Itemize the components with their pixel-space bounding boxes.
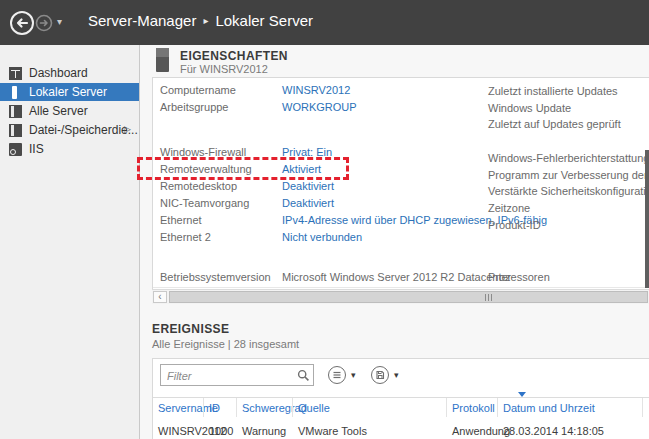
prop-value-link[interactable]: Aktiviert: [282, 162, 321, 177]
prop-label-remoteverwaltung: Remoteverwaltung: [160, 162, 252, 177]
prop-value-link[interactable]: WORKGROUP: [282, 100, 357, 115]
prop-label: NIC-Teamvorgang: [160, 196, 249, 211]
panel-divider: [153, 287, 649, 288]
scrollbar-grip-icon: [485, 294, 494, 301]
sidebar-item-iis[interactable]: IIS: [0, 140, 139, 158]
prop-value-link[interactable]: Deaktiviert: [282, 179, 334, 194]
prop-label: Windows-Firewall: [160, 145, 246, 160]
sidebar-item-alle-server[interactable]: Alle Server: [0, 102, 139, 120]
sidebar-item-label: Datei-/Speicherdie...: [29, 123, 138, 137]
prop-label: Windows-Fehlerberichterstattung: [488, 151, 649, 166]
horizontal-scrollbar-thumb[interactable]: [169, 291, 648, 303]
expand-submenu-icon[interactable]: ▷: [124, 124, 131, 134]
scroll-left-button[interactable]: ‹: [153, 291, 167, 303]
column-header-quelle[interactable]: Quelle: [298, 400, 330, 416]
breadcrumb-root[interactable]: Server-Manager: [88, 12, 196, 29]
prop-label: Programm zur Verbesserung der Benutzer: [488, 168, 649, 183]
table-header-topline: [153, 397, 649, 398]
prop-label: Verstärkte Sicherheitskonfiguration für …: [488, 184, 649, 199]
prop-label: Computername: [160, 83, 236, 98]
iis-icon: [9, 143, 22, 156]
prop-label: Produkt-ID: [488, 218, 541, 233]
sidebar-item-label: Lokaler Server: [29, 85, 107, 99]
prop-label: Zuletzt auf Updates geprüft: [488, 117, 621, 132]
column-header-datum[interactable]: Datum und Uhrzeit: [503, 400, 595, 416]
back-icon: [9, 24, 35, 39]
column-divider: [292, 398, 293, 417]
events-subtitle: Alle Ereignisse | 28 insgesamt: [152, 338, 299, 350]
prop-value-link[interactable]: Privat: Ein: [282, 145, 332, 160]
properties-subtitle: Für WINSRV2012: [180, 63, 268, 75]
all-servers-icon: [9, 105, 22, 118]
column-header-id[interactable]: ID: [209, 400, 220, 416]
prop-label: Windows Update: [488, 101, 571, 116]
cell-quelle: VMware Tools: [298, 423, 367, 439]
prop-label: Arbeitsgruppe: [160, 100, 229, 115]
cell-datum: 28.03.2014 14:18:05: [503, 423, 604, 439]
sidebar-item-datei-speicherdienste[interactable]: Datei-/Speicherdie... ▷: [0, 121, 139, 139]
cell-schweregrad: Warnung: [242, 423, 286, 439]
prop-label: Zeitzone: [488, 201, 530, 216]
prop-label: Prozessoren: [488, 270, 550, 285]
breadcrumb: Server-Manager▸Lokaler Server: [88, 12, 313, 29]
list-icon: [328, 366, 346, 384]
sidebar-item-lokaler-server[interactable]: Lokaler Server: [0, 83, 139, 101]
prop-value-link[interactable]: WINSRV2012: [282, 83, 350, 98]
file-storage-icon: [9, 124, 22, 137]
column-divider: [236, 398, 237, 417]
properties-title: EIGENSCHAFTEN: [180, 49, 288, 63]
breadcrumb-page: Lokaler Server: [215, 12, 313, 29]
prop-label: Remotedesktop: [160, 179, 237, 194]
back-button[interactable]: [9, 10, 35, 39]
column-divider: [642, 398, 643, 417]
sidebar-item-label: IIS: [29, 142, 44, 156]
column-divider: [203, 398, 204, 417]
server-manager-window: ▾ Server-Manager▸Lokaler Server Dashboar…: [0, 0, 649, 439]
forward-button[interactable]: [35, 14, 53, 35]
view-options-dropdown[interactable]: ▾: [328, 365, 356, 385]
cell-id: 1000: [209, 423, 233, 439]
filter-input[interactable]: [165, 366, 297, 386]
save-icon: [371, 366, 389, 384]
prop-value-link[interactable]: Nicht verbunden: [282, 230, 362, 245]
local-server-icon: [9, 86, 22, 99]
prop-label: Ethernet 2: [160, 230, 211, 245]
column-divider: [497, 398, 498, 417]
filter-box: [160, 364, 314, 386]
dashboard-icon: [9, 67, 22, 80]
prop-label: Ethernet: [160, 213, 202, 228]
prop-label: Betriebssystemversion: [160, 270, 271, 285]
forward-icon: [35, 20, 53, 35]
sidebar-item-label: Dashboard: [29, 66, 88, 80]
cell-protokoll: Anwendung: [452, 423, 510, 439]
column-divider: [446, 398, 447, 417]
sidebar-item-dashboard[interactable]: Dashboard: [0, 64, 139, 82]
sidebar-item-label: Alle Server: [29, 104, 88, 118]
vertical-scrollbar-thumb[interactable]: [645, 150, 649, 288]
chevron-down-icon: ▾: [351, 370, 356, 380]
sidebar-nav: Dashboard Lokaler Server Alle Server Dat…: [0, 45, 140, 439]
prop-value: Microsoft Windows Server 2012 R2 Datacen…: [282, 270, 511, 285]
chevron-down-icon: ▾: [394, 370, 399, 380]
breadcrumb-separator-icon: ▸: [203, 15, 208, 26]
events-title: EREIGNISSE: [152, 322, 229, 336]
horizontal-scrollbar[interactable]: ‹: [152, 289, 649, 304]
title-bar: ▾ Server-Manager▸Lokaler Server: [0, 0, 649, 45]
sort-descending-icon: [518, 392, 526, 397]
search-icon[interactable]: [297, 368, 310, 386]
server-properties-icon: [156, 48, 169, 72]
save-query-dropdown[interactable]: ▾: [371, 365, 399, 385]
column-header-protokoll[interactable]: Protokoll: [452, 400, 495, 416]
nav-history-caret-icon[interactable]: ▾: [57, 17, 62, 27]
prop-label: Zuletzt installierte Updates: [488, 84, 618, 99]
prop-value-link[interactable]: Deaktiviert: [282, 196, 334, 211]
